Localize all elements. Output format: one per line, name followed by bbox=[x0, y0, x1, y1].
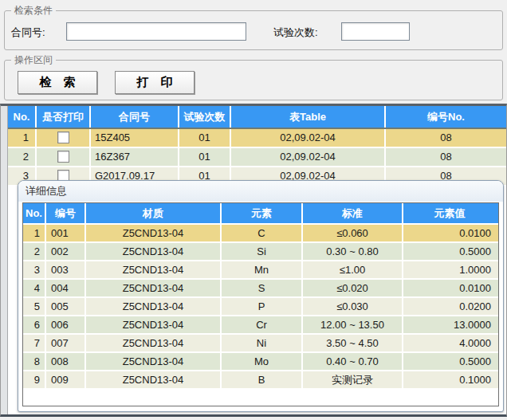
detail-no-cell: 9 bbox=[23, 371, 46, 388]
contract-cell: 16Z367 bbox=[91, 148, 179, 166]
detail-header-standard[interactable]: 标准 bbox=[303, 203, 403, 223]
app-window: 检索条件 合同号: 试验次数: 操作区间 检 索 打 印 No. 是否打印 合同… bbox=[0, 0, 507, 420]
value-cell: 0.5000 bbox=[403, 353, 496, 370]
detail-table: No. 编号 材质 元素 标准 元素值 1001Z5CND13-04C≤0.06… bbox=[22, 202, 499, 406]
detail-no-cell: 2 bbox=[23, 243, 46, 260]
element-row[interactable]: 2002Z5CND13-04Si0.30 ~ 0.800.5000 bbox=[23, 243, 498, 261]
print-cell bbox=[37, 148, 91, 166]
contract-row[interactable]: 216Z3670102,09.02-0408 bbox=[8, 148, 506, 167]
code-cell: 004 bbox=[46, 280, 86, 296]
element-row[interactable]: 6006Z5CND13-04Cr12.00 ~ 13.5013.0000 bbox=[23, 316, 498, 335]
material-cell: Z5CND13-04 bbox=[86, 335, 222, 351]
detail-header-material[interactable]: 材质 bbox=[86, 203, 222, 223]
print-cell bbox=[37, 129, 91, 147]
material-cell: Z5CND13-04 bbox=[86, 243, 222, 260]
value-cell: 0.0100 bbox=[403, 280, 496, 296]
value-cell: 1.0000 bbox=[403, 261, 496, 278]
test-count-cell: 01 bbox=[179, 129, 231, 147]
element-row[interactable]: 3003Z5CND13-04Mn≤1.001.0000 bbox=[23, 261, 498, 280]
standard-cell: 0.30 ~ 0.80 bbox=[303, 243, 403, 260]
header-table[interactable]: 表Table bbox=[231, 106, 386, 128]
material-cell: Z5CND13-04 bbox=[86, 261, 222, 278]
row-number-cell: 1 bbox=[8, 129, 37, 147]
material-cell: Z5CND13-04 bbox=[86, 316, 222, 333]
print-button[interactable]: 打 印 bbox=[115, 71, 195, 94]
element-cell: Mn bbox=[222, 261, 303, 278]
table-cell: 02,09.02-04 bbox=[231, 148, 386, 166]
code-cell: 003 bbox=[46, 261, 86, 278]
standard-cell: ≤0.030 bbox=[303, 298, 403, 315]
detail-no-cell: 3 bbox=[23, 261, 46, 278]
detail-header-value[interactable]: 元素值 bbox=[403, 203, 496, 223]
element-row[interactable]: 1001Z5CND13-04C≤0.0600.0100 bbox=[23, 225, 498, 243]
value-cell: 4.0000 bbox=[403, 335, 496, 351]
value-cell: 0.1000 bbox=[403, 371, 496, 388]
header-contract[interactable]: 合同号 bbox=[91, 106, 179, 128]
element-cell: B bbox=[222, 371, 303, 388]
detail-no-cell: 1 bbox=[23, 225, 46, 241]
element-row[interactable]: 4004Z5CND13-04S≤0.0200.0100 bbox=[23, 280, 498, 298]
material-cell: Z5CND13-04 bbox=[86, 225, 222, 241]
element-row[interactable]: 8008Z5CND13-04Mo0.40 ~ 0.700.5000 bbox=[23, 353, 498, 371]
header-number[interactable]: 编号No. bbox=[386, 106, 506, 128]
detail-no-cell: 7 bbox=[23, 335, 46, 351]
header-no[interactable]: No. bbox=[8, 106, 37, 128]
row-number-cell: 2 bbox=[8, 148, 37, 166]
detail-header-element[interactable]: 元素 bbox=[222, 203, 303, 223]
code-cell: 008 bbox=[46, 353, 86, 370]
code-cell: 001 bbox=[46, 225, 86, 241]
contracts-table-header: No. 是否打印 合同号 试验次数 表Table 编号No. bbox=[8, 106, 506, 129]
print-checkbox[interactable] bbox=[57, 131, 69, 143]
test-count-input[interactable] bbox=[341, 22, 410, 41]
material-cell: Z5CND13-04 bbox=[86, 371, 222, 388]
detail-panel-title: 详细信息 bbox=[18, 181, 503, 202]
code-cell: 002 bbox=[46, 243, 86, 260]
standard-cell: 0.40 ~ 0.70 bbox=[303, 353, 403, 370]
detail-header-code[interactable]: 编号 bbox=[46, 203, 86, 223]
contract-number-input[interactable] bbox=[66, 22, 246, 41]
print-checkbox[interactable] bbox=[57, 151, 69, 163]
action-group-title: 操作区间 bbox=[11, 53, 56, 66]
element-cell: Si bbox=[222, 243, 303, 260]
code-cell: 007 bbox=[46, 335, 86, 351]
contract-cell: 15Z405 bbox=[91, 129, 179, 147]
element-cell: Cr bbox=[222, 316, 303, 333]
element-row[interactable]: 5005Z5CND13-04P≤0.0300.0200 bbox=[23, 298, 498, 316]
number-cell: 08 bbox=[386, 148, 506, 166]
material-cell: Z5CND13-04 bbox=[86, 353, 222, 370]
value-cell: 0.0100 bbox=[403, 225, 496, 241]
standard-cell: ≤1.00 bbox=[303, 261, 403, 278]
detail-table-header: No. 编号 材质 元素 标准 元素值 bbox=[23, 203, 498, 225]
standard-cell: 3.50 ~ 4.50 bbox=[303, 335, 403, 351]
code-cell: 006 bbox=[46, 316, 86, 333]
value-cell: 0.5000 bbox=[403, 243, 496, 260]
search-button[interactable]: 检 索 bbox=[18, 71, 97, 94]
test-count-label: 试验次数: bbox=[273, 26, 318, 40]
detail-no-cell: 4 bbox=[23, 280, 46, 296]
element-cell: C bbox=[222, 225, 303, 241]
element-cell: Ni bbox=[222, 335, 303, 351]
element-row[interactable]: 9009Z5CND13-04B实测记录0.1000 bbox=[23, 371, 498, 390]
standard-cell: 实测记录 bbox=[303, 371, 403, 388]
detail-header-no[interactable]: No. bbox=[23, 203, 46, 223]
value-cell: 0.0200 bbox=[403, 298, 496, 315]
test-count-cell: 01 bbox=[179, 148, 231, 166]
header-print[interactable]: 是否打印 bbox=[37, 106, 91, 128]
header-test-count[interactable]: 试验次数 bbox=[179, 106, 231, 128]
contract-row[interactable]: 115Z4050102,09.02-0408 bbox=[8, 129, 506, 148]
element-cell: S bbox=[222, 280, 303, 296]
row-selector-strip bbox=[1, 106, 8, 414]
standard-cell: ≤0.060 bbox=[303, 225, 403, 241]
contract-number-label: 合同号: bbox=[11, 26, 45, 40]
code-cell: 009 bbox=[46, 371, 86, 388]
material-cell: Z5CND13-04 bbox=[86, 280, 222, 296]
element-cell: P bbox=[222, 298, 303, 315]
element-row[interactable]: 7007Z5CND13-04Ni3.50 ~ 4.504.0000 bbox=[23, 335, 498, 353]
number-cell: 08 bbox=[386, 129, 506, 147]
detail-panel: 详细信息 No. 编号 材质 元素 标准 元素值 1001Z5CND13-04C… bbox=[18, 180, 504, 412]
standard-cell: 12.00 ~ 13.50 bbox=[303, 316, 403, 333]
detail-no-cell: 6 bbox=[23, 316, 46, 333]
table-cell: 02,09.02-04 bbox=[231, 129, 386, 147]
detail-no-cell: 8 bbox=[23, 353, 46, 370]
element-cell: Mo bbox=[222, 353, 303, 370]
